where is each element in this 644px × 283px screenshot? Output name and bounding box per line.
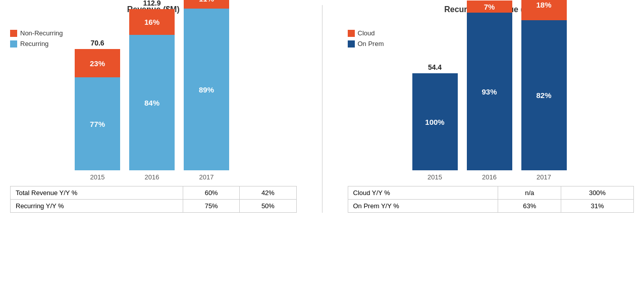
legend-item: On Prem	[348, 40, 403, 48]
legend-color-swatch	[348, 40, 355, 48]
bar-group: 95.07%93%2016	[467, 0, 512, 181]
bar-year-label: 2016	[145, 173, 159, 181]
bar-segment: 18%	[521, 0, 567, 20]
table-cell: 63%	[498, 200, 561, 213]
table-cell: 31%	[561, 200, 634, 213]
table-cell: On Prem Y/Y %	[348, 200, 498, 213]
bar-wrapper: 54.4100%	[412, 63, 458, 170]
legend-item: Recurring	[10, 40, 66, 48]
bar-year-label: 2017	[536, 173, 551, 181]
stacked-bar: 16%84%	[129, 9, 175, 170]
bar-total-label: 112.9	[143, 0, 160, 7]
table-cell: Total Revenue Y/Y %	[11, 186, 183, 200]
bar-year-label: 2017	[199, 173, 214, 181]
table-row: Cloud Y/Y %n/a300%	[348, 186, 634, 200]
bar-group: 54.4100%2015	[412, 63, 458, 181]
bar-group: 70.623%77%2015	[75, 39, 120, 181]
table-row: Recurring Y/Y %75%50%	[11, 200, 297, 213]
legend-color-swatch	[10, 40, 17, 48]
bar-segment: 84%	[129, 35, 175, 170]
left-chart-section: Revenue ($M) Non-Recurring Recurring 70.…	[10, 5, 297, 213]
chart-divider	[322, 5, 323, 213]
left-bars: 70.623%77%2015112.916%84%2016160.811%89%…	[75, 19, 297, 181]
bar-year-label: 2015	[427, 173, 442, 181]
stacked-bar: 23%77%	[75, 49, 120, 170]
bar-segment: 23%	[75, 49, 120, 77]
bar-segment: 77%	[75, 77, 120, 170]
legend-label: Cloud	[358, 29, 375, 37]
bar-segment: 82%	[521, 20, 567, 170]
left-chart-area: Non-Recurring Recurring 70.623%77%201511…	[10, 19, 297, 181]
legend-color-swatch	[348, 30, 355, 37]
legend-label: Recurring	[20, 40, 48, 48]
legend-item: Non-Recurring	[10, 29, 66, 37]
stacked-bar: 11%89%	[184, 0, 229, 170]
table-cell: 42%	[240, 186, 296, 200]
bar-segment: 93%	[467, 13, 512, 170]
legend-color-swatch	[10, 30, 17, 37]
charts-wrapper: Revenue ($M) Non-Recurring Recurring 70.…	[10, 5, 634, 213]
stacked-bar: 18%82%	[521, 0, 567, 170]
table-cell: 50%	[240, 200, 296, 213]
bar-group: 160.811%89%2017	[184, 0, 229, 181]
table-row: On Prem Y/Y %63%31%	[348, 200, 634, 213]
table-cell: 75%	[183, 200, 240, 213]
left-legend: Non-Recurring Recurring	[10, 19, 66, 48]
bar-segment: 7%	[467, 1, 512, 13]
bar-wrapper: 70.623%77%	[75, 39, 120, 170]
bar-segment: 100%	[412, 73, 458, 170]
legend-label: On Prem	[358, 40, 384, 48]
table-cell: Recurring Y/Y %	[11, 200, 183, 213]
table-row: Total Revenue Y/Y %60%42%	[11, 186, 297, 200]
bar-total-label: 54.4	[428, 63, 442, 71]
bar-group: 112.916%84%2016	[129, 0, 175, 181]
right-legend: Cloud On Prem	[348, 19, 403, 48]
legend-label: Non-Recurring	[20, 29, 63, 37]
bar-wrapper: 112.916%84%	[129, 0, 175, 170]
table-cell: 300%	[561, 186, 634, 200]
bar-wrapper: 142.418%82%	[521, 0, 567, 170]
right-chart-area: Cloud On Prem 54.4100%201595.07%93%20161…	[348, 19, 634, 181]
right-bars: 54.4100%201595.07%93%2016142.418%82%2017	[412, 19, 634, 181]
legend-item: Cloud	[348, 29, 403, 37]
table-cell: Cloud Y/Y %	[348, 186, 498, 200]
bar-segment: 11%	[184, 0, 229, 9]
right-data-table: Cloud Y/Y %n/a300%On Prem Y/Y %63%31%	[348, 186, 634, 213]
bar-wrapper: 95.07%93%	[467, 0, 512, 170]
bar-total-label: 70.6	[90, 39, 104, 47]
table-cell: 60%	[183, 186, 240, 200]
bar-segment: 89%	[184, 9, 229, 170]
stacked-bar: 100%	[412, 73, 458, 170]
right-chart-section: Recurring Revenue ($M) Cloud On Prem 54.…	[348, 5, 634, 213]
bar-year-label: 2015	[90, 173, 105, 181]
left-data-table: Total Revenue Y/Y %60%42%Recurring Y/Y %…	[10, 186, 297, 213]
bar-year-label: 2016	[482, 173, 497, 181]
stacked-bar: 7%93%	[467, 1, 512, 170]
bar-wrapper: 160.811%89%	[184, 0, 229, 170]
table-cell: n/a	[498, 186, 561, 200]
bar-segment: 16%	[129, 9, 175, 35]
bar-group: 142.418%82%2017	[521, 0, 567, 181]
